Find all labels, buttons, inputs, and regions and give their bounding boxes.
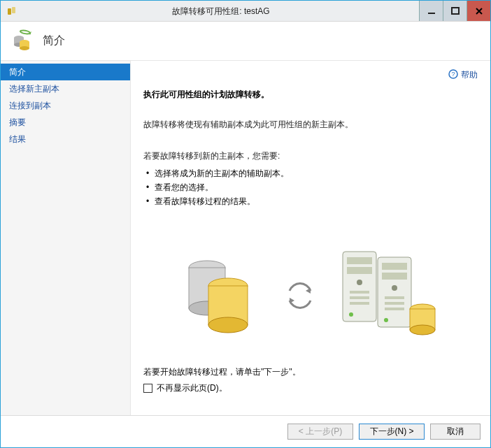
help-icon: ? <box>448 69 458 81</box>
list-item: 选择将成为新的主副本的辅助副本。 <box>143 166 478 180</box>
svg-rect-0 <box>8 8 11 15</box>
svg-point-21 <box>357 280 362 285</box>
svg-text:?: ? <box>451 71 455 78</box>
dont-show-row: 不再显示此页(D)。 <box>143 382 478 394</box>
sync-icon <box>283 278 318 313</box>
previous-button: < 上一步(P) <box>287 424 353 440</box>
page-title: 简介 <box>43 34 65 48</box>
sidebar-item-intro[interactable]: 简介 <box>1 64 130 80</box>
explain-paragraph: 故障转移将使现有辅助副本成为此可用性组的新主副本。 <box>143 119 478 131</box>
svg-point-33 <box>384 318 388 322</box>
sidebar-item-summary[interactable]: 摘要 <box>1 114 130 131</box>
svg-rect-19 <box>347 257 372 264</box>
need-list: 选择将成为新的主副本的辅助副本。 查看您的选择。 查看故障转移过程的结果。 <box>143 166 478 208</box>
close-button[interactable] <box>467 1 490 21</box>
wizard-body: 简介 选择新主副本 连接到副本 摘要 结果 ? 帮助 执行此可用性组的计划故障转… <box>1 61 490 415</box>
svg-rect-30 <box>385 296 404 299</box>
svg-rect-24 <box>350 302 369 305</box>
svg-rect-3 <box>452 8 459 14</box>
help-label: 帮助 <box>461 69 478 81</box>
svg-point-29 <box>392 285 397 291</box>
svg-point-9 <box>20 46 29 50</box>
next-button[interactable]: 下一步(N) > <box>359 424 425 440</box>
step-sidebar: 简介 选择新主副本 连接到副本 摘要 结果 <box>1 61 131 415</box>
svg-rect-2 <box>428 13 435 14</box>
sidebar-item-select-primary[interactable]: 选择新主副本 <box>1 80 130 97</box>
svg-point-25 <box>349 312 353 317</box>
list-item: 查看您的选择。 <box>143 180 478 194</box>
app-icon <box>1 1 23 21</box>
svg-point-17 <box>208 317 248 333</box>
start-paragraph: 若要开始故障转移过程，请单击"下一步"。 <box>143 366 478 378</box>
maximize-button[interactable] <box>443 1 467 21</box>
svg-rect-20 <box>347 267 372 274</box>
wizard-window: 故障转移可用性组: testAG <box>0 0 491 448</box>
svg-rect-32 <box>385 308 404 310</box>
servers-icon <box>339 250 443 341</box>
wizard-icon <box>10 28 34 54</box>
main-heading: 执行此可用性组的计划故障转移。 <box>143 89 478 101</box>
svg-rect-1 <box>12 7 15 13</box>
window-buttons <box>419 1 490 21</box>
window-title: 故障转移可用性组: testAG <box>23 1 419 21</box>
need-intro: 若要故障转移到新的主副本，您需要: <box>143 150 478 162</box>
titlebar: 故障转移可用性组: testAG <box>1 1 490 22</box>
wizard-footer: < 上一步(P) 下一步(N) > 取消 <box>1 415 490 447</box>
svg-rect-31 <box>385 302 404 305</box>
help-link[interactable]: ? 帮助 <box>143 68 478 82</box>
sidebar-item-connect-replica[interactable]: 连接到副本 <box>1 97 130 114</box>
cancel-button[interactable]: 取消 <box>430 424 481 440</box>
page-header: 简介 <box>1 22 490 61</box>
svg-rect-27 <box>382 263 407 270</box>
list-item: 查看故障转移过程的结果。 <box>143 194 478 208</box>
content-pane: ? 帮助 执行此可用性组的计划故障转移。 故障转移将使现有辅助副本成为此可用性组… <box>131 61 490 415</box>
dont-show-checkbox[interactable] <box>143 384 152 393</box>
databases-icon <box>178 254 262 338</box>
svg-rect-28 <box>382 273 407 280</box>
minimize-button[interactable] <box>419 1 443 21</box>
dont-show-label: 不再显示此页(D)。 <box>157 382 227 394</box>
svg-rect-22 <box>350 291 369 294</box>
sidebar-item-result[interactable]: 结果 <box>1 131 130 147</box>
failover-illustration <box>143 250 478 341</box>
svg-rect-23 <box>350 296 369 299</box>
svg-point-36 <box>410 325 435 335</box>
